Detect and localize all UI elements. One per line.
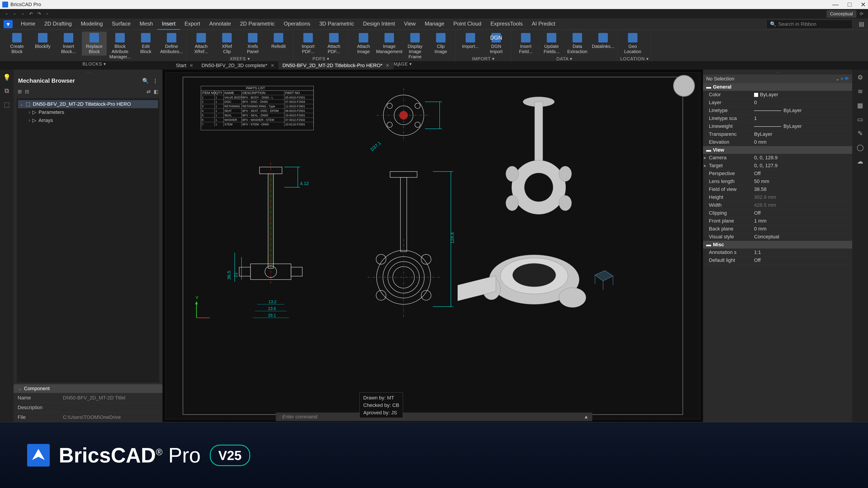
eye-icon[interactable]: 👁 bbox=[844, 76, 849, 82]
property-row[interactable]: ClippingOff bbox=[703, 209, 852, 217]
minimize-button[interactable]: — bbox=[832, 1, 839, 8]
ribbon-group-title[interactable]: PDFS ▾ bbox=[296, 56, 346, 61]
property-row[interactable]: ▸Target0, 0, 127.9 bbox=[703, 162, 852, 170]
menu-point-cloud[interactable]: Point Cloud bbox=[449, 18, 486, 30]
ribbon-group-title[interactable]: DATA ▾ bbox=[513, 56, 616, 61]
search-icon[interactable]: 🔍 bbox=[142, 78, 149, 84]
cloud-icon[interactable]: ☁ bbox=[856, 157, 864, 165]
ribbon-btn[interactable]: Insert Block... bbox=[56, 32, 81, 56]
menu-export[interactable]: Export bbox=[180, 18, 205, 30]
menu-annotate[interactable]: Annotate bbox=[205, 18, 236, 30]
property-row[interactable]: FileC:\Users\TOOM\OneDrive bbox=[13, 412, 162, 422]
tree-root-label[interactable]: DN50-BFV_2D_MT-2D Titleblock-Pro HERO bbox=[33, 101, 131, 107]
ribbon-btn[interactable]: DGNDGN Import bbox=[484, 32, 508, 56]
ribbon-btn[interactable]: Update Fields... bbox=[539, 32, 564, 56]
open-icon[interactable]: ▫ bbox=[12, 11, 18, 17]
ribbon-btn[interactable]: Refedit bbox=[266, 32, 291, 51]
refresh-icon[interactable]: ⟳ bbox=[859, 11, 864, 17]
undo-icon[interactable]: ↶ bbox=[28, 11, 34, 17]
property-row[interactable]: Lens length50 mm bbox=[703, 177, 852, 186]
menu-surface[interactable]: Surface bbox=[107, 18, 135, 30]
property-row[interactable]: PerspectiveOff bbox=[703, 170, 852, 177]
ribbon-btn[interactable]: Geo Location bbox=[620, 32, 645, 56]
close-icon[interactable]: ✕ bbox=[385, 63, 390, 68]
menu-insert[interactable]: Insert bbox=[157, 18, 180, 30]
ribbon-btn[interactable]: Image Management bbox=[377, 32, 402, 56]
app-menu-button[interactable]: ▾ bbox=[4, 20, 13, 28]
file-tab[interactable]: Start✕ bbox=[172, 61, 197, 70]
balloon-icon[interactable]: ◯ bbox=[856, 143, 864, 151]
ribbon-group-title[interactable]: LOCATION ▾ bbox=[620, 56, 649, 61]
ribbon-btn[interactable]: XRef Clip bbox=[215, 32, 239, 56]
props-section-header[interactable]: ▬ View bbox=[703, 146, 852, 154]
property-row[interactable]: ▸Camera0, 0, 128.9 bbox=[703, 154, 852, 162]
menu-mesh[interactable]: Mesh bbox=[135, 18, 158, 30]
property-row[interactable]: Default lightOff bbox=[703, 256, 852, 264]
layers-icon[interactable]: ≋ bbox=[856, 87, 864, 95]
ribbon-btn[interactable]: Create Block bbox=[4, 32, 29, 56]
property-row[interactable]: NameDN50-BFV_2D_MT-2D Titlel bbox=[13, 393, 162, 402]
sheet-icon[interactable]: ▭ bbox=[856, 115, 864, 123]
redo-icon[interactable]: ↷ bbox=[36, 11, 42, 17]
menu-2d-parametric[interactable]: 2D Parametric bbox=[236, 18, 279, 30]
ribbon-group-title[interactable]: IMPORT ▾ bbox=[458, 56, 508, 61]
ribbon-btn[interactable]: Insert Field... bbox=[513, 32, 538, 56]
property-row[interactable]: Width428.5 mm bbox=[703, 201, 852, 209]
ribbon-btn[interactable]: Block Attribute Manager... bbox=[107, 32, 132, 61]
settings-icon[interactable]: ⚙ bbox=[856, 73, 864, 81]
menu-icon[interactable]: ⋮ bbox=[153, 78, 158, 84]
property-row[interactable]: Front plane1 mm bbox=[703, 217, 852, 225]
ribbon-btn[interactable]: Edit Block bbox=[133, 32, 158, 56]
ribbon-btn[interactable]: Datalinks... bbox=[591, 32, 616, 51]
ribbon-btn[interactable]: Display Image Frame bbox=[403, 32, 428, 61]
filter-icon[interactable]: ▿ bbox=[841, 76, 843, 82]
ribbon-group-title[interactable]: BLOCKS ▾ bbox=[4, 61, 184, 67]
props-section-header[interactable]: ▬ Misc bbox=[703, 241, 852, 249]
property-row[interactable]: Elevation0 mm bbox=[703, 138, 852, 146]
menu-home[interactable]: Home bbox=[16, 18, 40, 30]
visual-style-combo[interactable]: Conceptual bbox=[827, 10, 856, 18]
ribbon-btn[interactable]: Define Attributes... bbox=[159, 32, 184, 56]
ribbon-btn[interactable]: Attach PDF... bbox=[321, 32, 346, 56]
property-row[interactable]: Annotation s1:1 bbox=[703, 249, 852, 256]
menu-design-intent[interactable]: Design Intent bbox=[359, 18, 399, 30]
ribbon-btn[interactable]: Attach XRef... bbox=[189, 32, 214, 56]
file-tab[interactable]: DN50-BFV_2D_3D complete*✕ bbox=[197, 61, 278, 70]
pencil-icon[interactable]: ✎ bbox=[856, 129, 864, 137]
chevron-right-icon[interactable]: › bbox=[29, 118, 30, 123]
filter-icon[interactable]: ◧ bbox=[154, 89, 158, 95]
print-icon[interactable]: ▫ bbox=[44, 11, 50, 17]
ribbon-btn[interactable]: Import... bbox=[458, 32, 483, 51]
grid-icon[interactable]: ▦ bbox=[856, 101, 864, 109]
ribbon-group-title[interactable]: XREFS ▾ bbox=[189, 56, 291, 61]
chevron-right-icon[interactable]: › bbox=[29, 109, 30, 115]
plus-icon[interactable]: ▸ bbox=[704, 155, 706, 161]
tree-item[interactable]: › ▷ Arrays bbox=[18, 116, 158, 125]
menu-modeling[interactable]: Modeling bbox=[76, 18, 107, 30]
ribbon-btn[interactable]: Attach Image bbox=[351, 32, 376, 56]
component-header[interactable]: ⌄ Component bbox=[13, 384, 162, 393]
property-row[interactable]: Layer0 bbox=[703, 99, 852, 107]
save-icon[interactable]: ▫ bbox=[20, 11, 26, 17]
ribbon-btn[interactable]: Xrefs Panel bbox=[240, 32, 265, 56]
close-icon[interactable]: ✕ bbox=[189, 63, 193, 68]
flat-icon[interactable]: ⊟ bbox=[25, 89, 29, 95]
property-row[interactable]: ColorByLayer bbox=[703, 91, 852, 99]
menu-expresstools[interactable]: ExpressTools bbox=[486, 18, 527, 30]
menu-3d-parametric[interactable]: 3D Parametric bbox=[315, 18, 359, 30]
tree-icon[interactable]: ⊞ bbox=[18, 89, 22, 95]
ribbon-search[interactable]: 🔍 Search in Ribbon bbox=[767, 20, 852, 29]
menu-view[interactable]: View bbox=[399, 18, 420, 30]
cube-icon[interactable]: ⬚ bbox=[3, 100, 11, 108]
property-row[interactable]: TransparencByLayer bbox=[703, 130, 852, 138]
chevron-down-icon[interactable]: ⌄ bbox=[20, 101, 24, 107]
menu-manage[interactable]: Manage bbox=[420, 18, 449, 30]
property-row[interactable]: Back plane0 mm bbox=[703, 225, 852, 233]
drawing-canvas[interactable]: PARTS LISTITEM NOQTYNAMEDESCRIPTIONPART … bbox=[165, 72, 700, 419]
property-row[interactable]: Visual styleConceptual bbox=[703, 233, 852, 241]
browser-tree[interactable]: ⌄ ⬚ DN50-BFV_2D_MT-2D Titleblock-Pro HER… bbox=[17, 98, 159, 383]
close-button[interactable]: ✕ bbox=[861, 1, 866, 8]
ribbon-btn[interactable]: Blockify bbox=[30, 32, 55, 51]
property-row[interactable]: LineweightByLayer bbox=[703, 123, 852, 130]
menu-ai-predict[interactable]: AI Predict bbox=[527, 18, 560, 30]
